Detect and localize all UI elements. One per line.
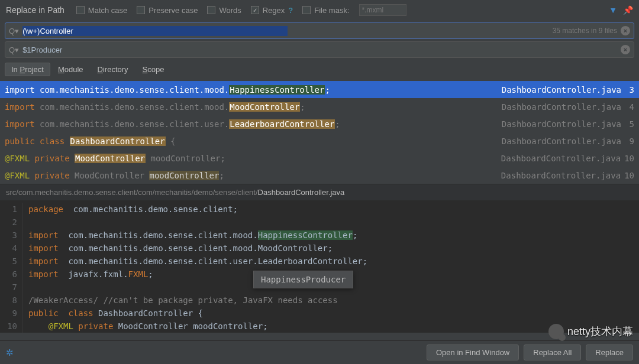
file-mask-checkbox[interactable]: File mask: (302, 6, 349, 15)
regex-checkbox[interactable]: Regex? (251, 6, 293, 15)
preserve-case-checkbox[interactable]: Preserve case (137, 6, 198, 15)
tab-module[interactable]: Module (51, 63, 90, 76)
wechat-icon (548, 324, 564, 339)
clear-replace-icon[interactable]: × (621, 45, 630, 54)
options-row: Match case Preserve case Words Regex? Fi… (76, 4, 609, 16)
file-mask-input[interactable] (359, 4, 406, 16)
regex-help-icon[interactable]: ? (288, 6, 293, 15)
code-preview[interactable]: 12345678910 package com.mechanitis.demo.… (0, 200, 639, 333)
results-list: import com.mechanitis.demo.sense.client.… (0, 81, 639, 184)
clear-search-icon[interactable]: × (621, 26, 630, 35)
tab-scope[interactable]: Scope (136, 63, 171, 76)
tab-in-project[interactable]: In Project (5, 63, 50, 76)
replace-row: Q▾ × (5, 41, 634, 58)
scope-tabs: In Project Module Directory Scope (0, 60, 639, 81)
search-icon: Q▾ (9, 27, 19, 35)
result-row[interactable]: @FXML private MoodController moodControl… (0, 167, 639, 184)
replace-all-button[interactable]: Replace All (524, 344, 581, 360)
replace-button[interactable]: Replace (586, 344, 633, 360)
search-row: Q▾ (\w+)Controller 35 matches in 9 files… (5, 22, 634, 39)
code-body[interactable]: package com.mechanitis.demo.sense.client… (22, 203, 367, 333)
open-find-window-button[interactable]: Open in Find Window (427, 344, 519, 360)
replace-input[interactable] (22, 46, 621, 54)
search-input[interactable]: (\w+)Controller (22, 26, 288, 36)
pin-icon[interactable]: 📌 (623, 5, 633, 15)
result-row[interactable]: import com.mechanitis.demo.sense.client.… (0, 81, 639, 98)
match-count: 35 matches in 9 files (553, 27, 617, 35)
watermark: netty技术内幕 (548, 324, 633, 339)
dialog-title: Replace in Path (6, 5, 64, 15)
replace-icon: Q▾ (9, 46, 19, 54)
result-row[interactable]: @FXML private MoodController moodControl… (0, 150, 639, 167)
gutter: 12345678910 (0, 203, 22, 333)
filter-icon[interactable]: ▼ (609, 5, 617, 15)
words-checkbox[interactable]: Words (207, 6, 241, 15)
result-row[interactable]: public class DashboardController { Dashb… (0, 132, 639, 150)
tab-directory[interactable]: Directory (91, 63, 135, 76)
match-case-checkbox[interactable]: Match case (76, 6, 127, 15)
footer: ✲ Open in Find Window Replace All Replac… (0, 340, 639, 364)
file-path-bar: src/com.mechanitis.demo.sense.client/com… (0, 184, 639, 200)
result-row[interactable]: import com.mechanitis.demo.sense.client.… (0, 115, 639, 132)
gear-icon[interactable]: ✲ (6, 347, 14, 358)
replacement-preview-tooltip: HappinessProducer (253, 271, 353, 288)
titlebar: Replace in Path Match case Preserve case… (0, 0, 639, 20)
result-row[interactable]: import com.mechanitis.demo.sense.client.… (0, 98, 639, 115)
